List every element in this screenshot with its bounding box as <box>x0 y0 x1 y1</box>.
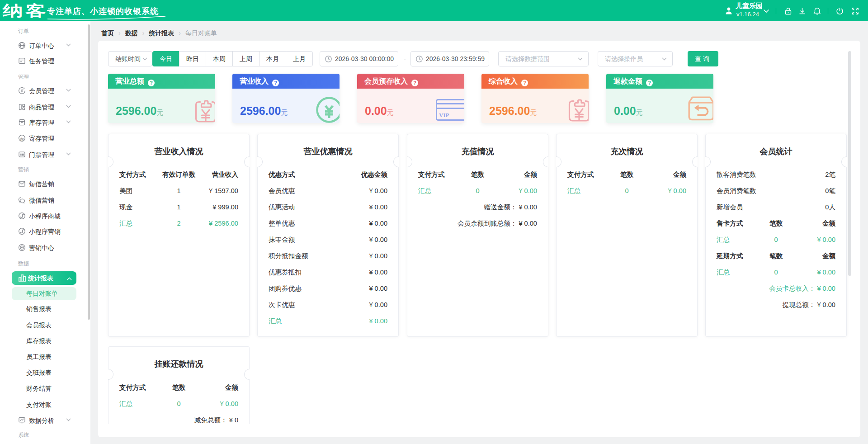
svg-text:VIP: VIP <box>439 112 449 118</box>
